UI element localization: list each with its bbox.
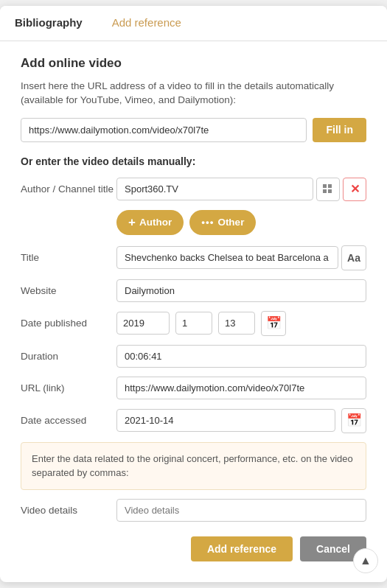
svg-rect-1 bbox=[328, 184, 332, 188]
url-link-field bbox=[116, 377, 366, 399]
section-title: Add online video bbox=[21, 56, 366, 71]
video-details-field bbox=[116, 499, 366, 522]
add-author-button[interactable]: + Author bbox=[116, 210, 184, 235]
text-format-button[interactable]: Aa bbox=[341, 245, 366, 270]
scroll-to-top-button[interactable]: ▲ bbox=[353, 548, 378, 573]
author-buttons-group: + Author ••• Other bbox=[116, 210, 366, 235]
date-published-label: Date published bbox=[21, 318, 116, 329]
svg-rect-2 bbox=[323, 189, 327, 193]
dots-icon: ••• bbox=[201, 217, 214, 228]
url-link-row: URL (link) bbox=[21, 377, 366, 399]
calendar-button[interactable]: 📅 bbox=[261, 311, 286, 336]
author-channel-label: Author / Channel title bbox=[21, 183, 116, 195]
date-accessed-inputs: 📅 bbox=[116, 408, 366, 433]
svg-rect-3 bbox=[328, 189, 332, 193]
svg-rect-0 bbox=[323, 184, 327, 188]
date-published-field: 📅 bbox=[116, 311, 366, 336]
author-channel-input[interactable] bbox=[116, 178, 313, 200]
date-accessed-row: Date accessed 📅 bbox=[21, 408, 366, 433]
info-box: Enter the data related to the original c… bbox=[21, 442, 366, 490]
action-buttons: Add reference Cancel bbox=[21, 536, 366, 567]
clear-author-button[interactable]: ✕ bbox=[343, 178, 366, 201]
title-label: Title bbox=[21, 252, 116, 263]
grid-icon bbox=[322, 183, 334, 195]
date-day-input[interactable] bbox=[218, 312, 255, 335]
date-month-input[interactable] bbox=[175, 312, 212, 335]
author-channel-input-group: ✕ bbox=[116, 178, 366, 201]
date-accessed-input[interactable] bbox=[116, 409, 335, 432]
date-year-input[interactable] bbox=[116, 312, 170, 335]
calendar-accessed-icon: 📅 bbox=[346, 413, 362, 428]
website-input[interactable] bbox=[116, 279, 366, 302]
tabs-bar: Bibliography Add reference bbox=[0, 6, 387, 41]
url-input[interactable] bbox=[21, 118, 307, 142]
url-row: Fill in bbox=[21, 118, 366, 142]
date-published-row: Date published 📅 bbox=[21, 311, 366, 336]
website-label: Website bbox=[21, 285, 116, 296]
plus-icon: + bbox=[128, 215, 136, 230]
date-accessed-label: Date accessed bbox=[21, 415, 116, 426]
add-other-button[interactable]: ••• Other bbox=[189, 210, 256, 235]
form-content: Add online video Insert here the URL add… bbox=[0, 41, 387, 582]
date-accessed-field: 📅 bbox=[116, 408, 366, 433]
duration-row: Duration bbox=[21, 345, 366, 368]
duration-field bbox=[116, 345, 366, 368]
tab-add-reference[interactable]: Add reference bbox=[97, 6, 196, 41]
duration-input[interactable] bbox=[116, 345, 366, 368]
author-channel-field: ✕ bbox=[116, 178, 366, 201]
url-link-input[interactable] bbox=[116, 377, 366, 399]
video-details-label-wrap: Video details ? bbox=[21, 503, 116, 517]
aa-icon: Aa bbox=[347, 252, 360, 264]
manual-label: Or enter the video details manually: bbox=[21, 155, 366, 167]
title-input[interactable] bbox=[116, 246, 338, 269]
title-row: Title Aa bbox=[21, 245, 366, 270]
website-field bbox=[116, 279, 366, 302]
chevron-up-icon: ▲ bbox=[360, 554, 372, 567]
calendar-icon: 📅 bbox=[266, 315, 282, 331]
add-reference-button[interactable]: Add reference bbox=[191, 536, 293, 561]
title-field: Aa bbox=[116, 245, 366, 270]
description-text: Insert here the URL address of a video t… bbox=[21, 80, 366, 108]
grid-icon-button[interactable] bbox=[316, 178, 340, 201]
x-icon: ✕ bbox=[350, 182, 360, 196]
date-inputs: 📅 bbox=[116, 311, 366, 336]
video-details-input[interactable] bbox=[116, 499, 366, 522]
website-row: Website bbox=[21, 279, 366, 302]
fill-in-button[interactable]: Fill in bbox=[313, 118, 366, 142]
video-details-row: Video details ? bbox=[21, 499, 366, 522]
author-channel-row: Author / Channel title ✕ bbox=[21, 178, 366, 201]
tab-bibliography[interactable]: Bibliography bbox=[0, 6, 97, 41]
duration-label: Duration bbox=[21, 351, 116, 362]
url-link-label: URL (link) bbox=[21, 382, 116, 393]
video-details-label: Video details bbox=[21, 505, 116, 516]
date-accessed-calendar-button[interactable]: 📅 bbox=[341, 408, 366, 433]
